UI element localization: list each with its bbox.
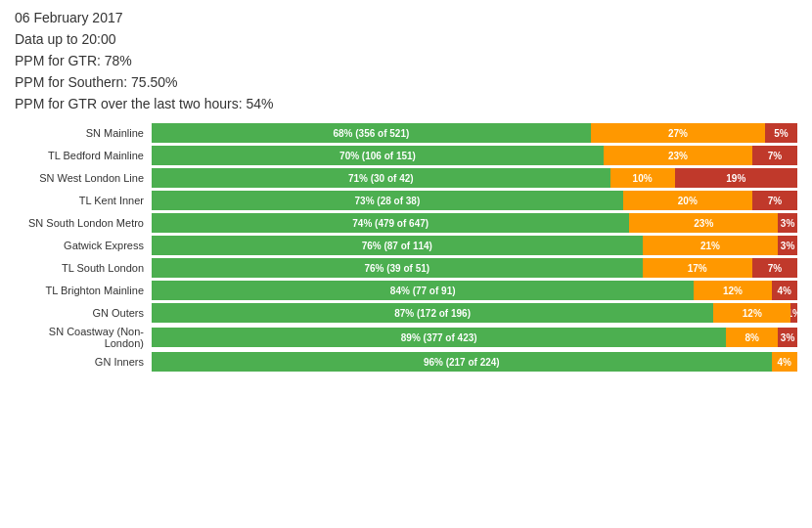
data-up-to-text: Data up to 20:00 xyxy=(15,31,797,47)
chart-section: SN Mainline68% (356 of 521)27%5%TL Bedfo… xyxy=(15,123,797,372)
bar-container: 68% (356 of 521)27%5% xyxy=(152,123,797,143)
bar-container: 70% (106 of 151)23%7% xyxy=(152,146,797,165)
table-row: GN Outers87% (172 of 196)12%1% xyxy=(15,303,797,323)
ppm-gtr-value: 78% xyxy=(105,53,132,68)
table-row: TL Brighton Mainline84% (77 of 91)12%4% xyxy=(15,281,797,300)
bar-container: 89% (377 of 423)8%3% xyxy=(152,328,797,347)
data-up-to-time: 20:00 xyxy=(82,31,116,47)
bar-container: 71% (30 of 42)10%19% xyxy=(152,168,797,188)
bar-orange-segment: 17% xyxy=(643,258,752,278)
bar-green-segment: 76% (87 of 114) xyxy=(152,236,643,255)
bar-label: GN Outers xyxy=(15,307,152,319)
bar-red-segment: 1% xyxy=(790,303,797,323)
bar-red-segment: 7% xyxy=(752,146,797,165)
bar-green-segment: 70% (106 of 151) xyxy=(152,146,604,165)
bar-container: 84% (77 of 91)12%4% xyxy=(152,281,797,300)
bar-label: TL Brighton Mainline xyxy=(15,285,152,296)
bar-green-segment: 89% (377 of 423) xyxy=(152,328,726,347)
bar-orange-segment: 4% xyxy=(772,352,797,372)
table-row: SN Coastway (Non-London)89% (377 of 423)… xyxy=(15,326,797,349)
ppm-gtr-text: PPM for GTR: 78% xyxy=(15,53,797,68)
bar-orange-segment: 12% xyxy=(694,281,771,300)
bar-label: TL Bedford Mainline xyxy=(15,150,152,161)
data-up-to-label: Data up to xyxy=(15,31,78,47)
bar-orange-segment: 21% xyxy=(643,236,779,255)
table-row: SN West London Line71% (30 of 42)10%19% xyxy=(15,168,797,188)
bar-red-segment: 7% xyxy=(752,258,797,278)
bar-orange-segment: 23% xyxy=(604,146,752,165)
bar-orange-segment: 10% xyxy=(610,168,675,188)
ppm-southern-value: 75.50% xyxy=(131,74,177,90)
bar-container: 74% (479 of 647)23%3% xyxy=(152,213,797,233)
bar-label: TL Kent Inner xyxy=(15,195,152,206)
bar-red-segment: 3% xyxy=(778,213,797,233)
bar-orange-segment: 23% xyxy=(629,213,778,233)
bar-label: SN Coastway (Non-London) xyxy=(15,326,152,349)
bar-green-segment: 71% (30 of 42) xyxy=(152,168,610,188)
bar-container: 76% (87 of 114)21%3% xyxy=(152,236,797,255)
bar-red-segment: 3% xyxy=(778,236,797,255)
bar-red-segment: 19% xyxy=(675,168,797,188)
bar-label: SN West London Line xyxy=(15,172,152,184)
bar-label: GN Inners xyxy=(15,356,152,368)
ppm-southern-text: PPM for Southern: 75.50% xyxy=(15,74,797,90)
table-row: TL South London76% (39 of 51)17%7% xyxy=(15,258,797,278)
ppm-gtr-last-two-value: 54% xyxy=(247,96,274,111)
bar-container: 87% (172 of 196)12%1% xyxy=(152,303,797,323)
ppm-gtr-last-two-label: PPM for GTR over the last two hours: xyxy=(15,96,243,111)
bar-red-segment: 4% xyxy=(772,281,797,300)
bar-green-segment: 96% (217 of 224) xyxy=(152,352,772,372)
bar-green-segment: 74% (479 of 647) xyxy=(152,213,629,233)
bar-red-segment: 3% xyxy=(778,328,797,347)
bar-container: 73% (28 of 38)20%7% xyxy=(152,191,797,210)
bar-orange-segment: 8% xyxy=(726,328,778,347)
table-row: GN Inners96% (217 of 224)4% xyxy=(15,352,797,372)
bar-label: SN South London Metro xyxy=(15,217,152,229)
bar-red-segment: 7% xyxy=(752,191,797,210)
bar-label: SN Mainline xyxy=(15,127,152,139)
ppm-gtr-last-two-text: PPM for GTR over the last two hours: 54% xyxy=(15,96,797,111)
bar-green-segment: 68% (356 of 521) xyxy=(152,123,591,143)
bar-green-segment: 76% (39 of 51) xyxy=(152,258,643,278)
bar-container: 96% (217 of 224)4% xyxy=(152,352,797,372)
bar-label: Gatwick Express xyxy=(15,240,152,251)
ppm-gtr-label: PPM for GTR: xyxy=(15,53,101,68)
bar-orange-segment: 27% xyxy=(591,123,765,143)
bar-orange-segment: 12% xyxy=(713,303,790,323)
header-section: 06 February 2017 Data up to 20:00 PPM fo… xyxy=(15,10,797,111)
table-row: TL Kent Inner73% (28 of 38)20%7% xyxy=(15,191,797,210)
bar-green-segment: 73% (28 of 38) xyxy=(152,191,623,210)
bar-green-segment: 87% (172 of 196) xyxy=(152,303,713,323)
bar-red-segment: 5% xyxy=(765,123,797,143)
ppm-southern-label: PPM for Southern: xyxy=(15,74,127,90)
bar-green-segment: 84% (77 of 91) xyxy=(152,281,694,300)
table-row: Gatwick Express76% (87 of 114)21%3% xyxy=(15,236,797,255)
table-row: SN South London Metro74% (479 of 647)23%… xyxy=(15,213,797,233)
bar-container: 76% (39 of 51)17%7% xyxy=(152,258,797,278)
table-row: TL Bedford Mainline70% (106 of 151)23%7% xyxy=(15,146,797,165)
date-text: 06 February 2017 xyxy=(15,10,797,25)
bar-orange-segment: 20% xyxy=(623,191,752,210)
bar-label: TL South London xyxy=(15,262,152,274)
table-row: SN Mainline68% (356 of 521)27%5% xyxy=(15,123,797,143)
